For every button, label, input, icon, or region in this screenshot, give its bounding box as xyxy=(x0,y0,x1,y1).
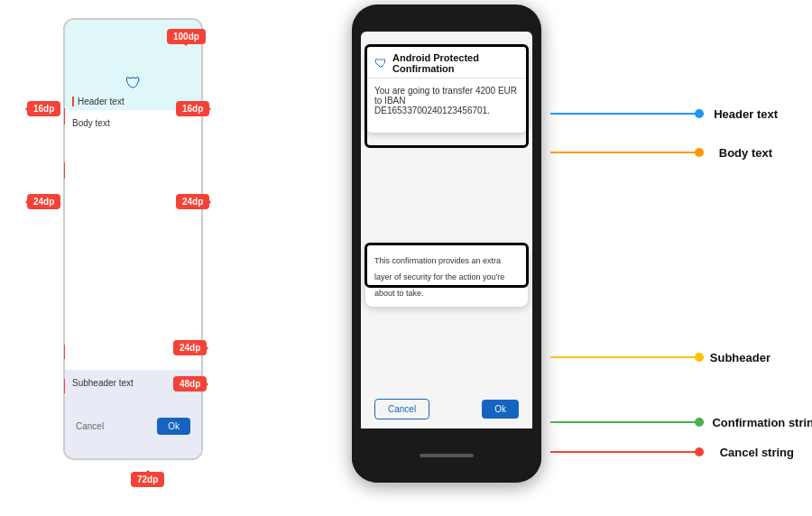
dialog-shield-icon: 🛡 xyxy=(374,56,387,70)
badge-24dp-right-body: 24dp xyxy=(176,194,209,209)
badge-72dp: 72dp xyxy=(131,472,164,487)
body-text-annotation: Body text xyxy=(719,146,772,160)
phone-mockup-left: 🛡 Header text Body text Subheader text C… xyxy=(63,18,203,460)
body-annotation-line: Body text xyxy=(550,152,704,153)
subheader-annotation-line: Subheader xyxy=(550,356,704,358)
phone-screen: 🛡 Android Protected Confirmation You are… xyxy=(361,32,532,447)
shield-icon: 🛡 xyxy=(65,69,201,93)
phone-notch xyxy=(429,12,465,17)
spacing-line xyxy=(72,97,74,106)
confirmation-dot xyxy=(695,418,704,427)
subheader-dot xyxy=(695,353,704,362)
right-phone: 🛡 Android Protected Confirmation You are… xyxy=(352,5,541,510)
header-text-annotation: Header text xyxy=(714,107,778,121)
spacer xyxy=(65,134,201,370)
dim-line-v3 xyxy=(64,345,65,359)
left-diagram: 🛡 Header text Body text Subheader text C… xyxy=(27,18,226,496)
home-indicator xyxy=(420,454,474,457)
dialog-title: Android Protected Confirmation xyxy=(392,52,519,74)
body-dot xyxy=(695,148,704,157)
subheader-annotation: Subheader xyxy=(710,351,770,364)
dialog-buttons: Cancel Ok xyxy=(365,399,528,419)
security-text: This confirmation provides an extra laye… xyxy=(374,256,504,298)
cancel-annotation-line: Cancel string xyxy=(550,451,704,453)
security-box: This confirmation provides an extra laye… xyxy=(365,244,528,307)
header-annotation-line: Header text xyxy=(550,113,704,115)
cancel-button-right[interactable]: Cancel xyxy=(374,399,429,419)
dialog-body: You are going to transfer 4200 EUR to IB… xyxy=(365,78,528,133)
dialog-title-bar: 🛡 Android Protected Confirmation xyxy=(365,45,528,78)
ok-button-right[interactable]: Ok xyxy=(482,400,519,419)
subheader-text-label: Subheader text xyxy=(72,378,134,388)
dim-line-v1 xyxy=(64,108,65,124)
badge-16dp-left: 16dp xyxy=(27,101,60,116)
badge-48dp: 48dp xyxy=(173,376,207,392)
cancel-dot xyxy=(695,447,704,456)
confirmation-annotation-line: Confirmation string xyxy=(550,421,704,423)
dim-line-v4 xyxy=(64,379,65,393)
header-dot xyxy=(695,109,704,118)
badge-16dp-right: 16dp xyxy=(176,101,209,116)
header-text-label: Header text xyxy=(78,97,125,106)
badge-24dp-subheader: 24dp xyxy=(173,340,207,355)
cancel-string-annotation: Cancel string xyxy=(720,446,794,459)
phone-chin xyxy=(352,428,541,483)
badge-24dp-left: 24dp xyxy=(27,194,60,209)
dim-line-v2 xyxy=(64,162,65,179)
confirmation-string-annotation: Confirmation string xyxy=(712,416,812,429)
button-zone: Cancel Ok xyxy=(65,393,201,458)
ok-button-left[interactable]: Ok xyxy=(157,418,190,435)
body-text-label: Body text xyxy=(72,118,110,128)
phone-body: 🛡 Android Protected Confirmation You are… xyxy=(352,5,541,483)
cancel-label: Cancel xyxy=(76,421,104,431)
badge-100dp: 100dp xyxy=(167,29,206,44)
main-dialog: 🛡 Android Protected Confirmation You are… xyxy=(365,45,528,133)
